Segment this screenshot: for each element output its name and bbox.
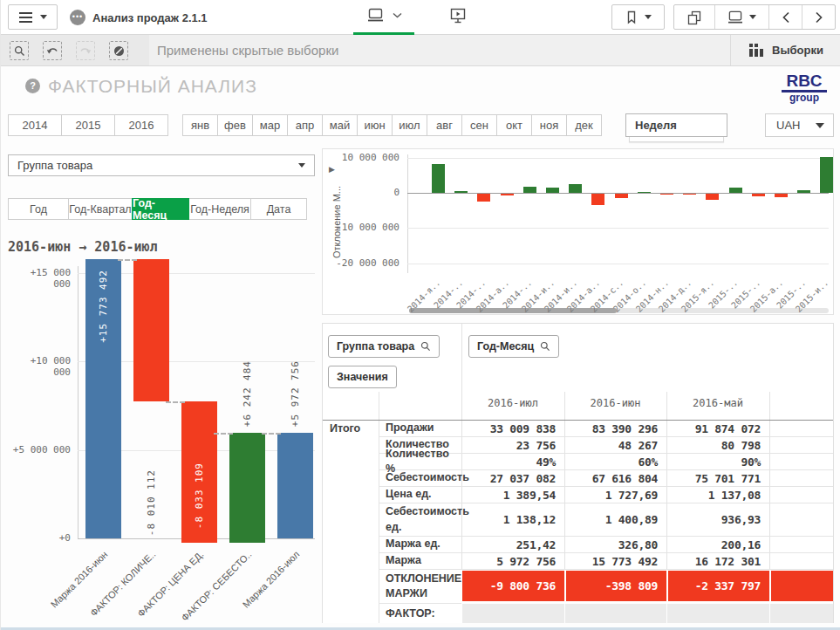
month-filter-button[interactable]: ноя	[531, 114, 567, 136]
table-total-cell[interactable]	[323, 437, 379, 454]
table-value-cell[interactable]	[769, 503, 833, 537]
month-filter-button[interactable]: июл	[392, 114, 427, 136]
table-total-cell[interactable]	[323, 487, 379, 503]
deviation-bar[interactable]	[729, 188, 742, 193]
table-value-cell[interactable]: 27 037 082	[461, 470, 564, 487]
month-filter-button[interactable]: авг	[427, 114, 462, 136]
table-value-cell[interactable]: 1 137,08	[666, 487, 769, 503]
table-value-cell[interactable]: 90%	[666, 454, 769, 470]
product-group-dropdown[interactable]: Группа товара	[8, 154, 315, 176]
table-value-cell[interactable]: 16 172 301	[666, 553, 769, 570]
table-total-cell[interactable]	[323, 553, 379, 570]
clear-selections-button[interactable]	[109, 41, 128, 60]
dimension-header-button[interactable]: Группа товара	[328, 335, 440, 358]
currency-select[interactable]: UAH	[765, 113, 834, 137]
month-filter-button[interactable]: май	[322, 114, 358, 136]
table-row-label[interactable]: ФАКТОР:	[379, 604, 461, 623]
deviation-bar[interactable]	[775, 194, 788, 197]
tab-год[interactable]: Год	[8, 198, 69, 220]
deviation-bar[interactable]	[752, 194, 765, 196]
waterfall-bar[interactable]	[229, 433, 265, 544]
waterfall-x-label[interactable]: ФАКТОР: КОЛИЧЕ..	[76, 549, 157, 630]
table-value-cell[interactable]: 67 616 804	[564, 470, 666, 487]
deviation-bar[interactable]	[683, 194, 696, 195]
bookmark-button[interactable]	[611, 4, 665, 30]
month-filter-button[interactable]: янв	[182, 114, 218, 136]
waterfall-x-label[interactable]: Маржа 2016-июн	[28, 549, 109, 630]
deviation-bar[interactable]	[454, 191, 468, 193]
story-mode-button[interactable]	[449, 8, 467, 28]
table-column-header[interactable]: 2016-июн	[564, 397, 666, 409]
table-value-cell[interactable]: 251,42	[461, 537, 564, 553]
deviation-bar[interactable]	[591, 194, 604, 205]
table-value-cell[interactable]: 48 267	[564, 437, 666, 454]
prev-sheet-button[interactable]	[768, 5, 802, 29]
month-filter-button[interactable]: сен	[461, 114, 497, 136]
table-total-cell[interactable]	[323, 570, 379, 604]
table-total-cell[interactable]	[323, 537, 379, 553]
sheet-list-button[interactable]	[714, 5, 768, 29]
table-value-cell[interactable]	[769, 421, 833, 437]
tab-год-неделя[interactable]: Год-Неделя	[188, 198, 251, 220]
year-filter-button[interactable]: 2014	[8, 114, 62, 136]
next-sheet-button[interactable]	[802, 5, 835, 29]
month-filter-button[interactable]: дек	[566, 114, 602, 136]
table-total-cell[interactable]	[323, 604, 379, 623]
table-row-label[interactable]: Маржа ед.	[379, 537, 461, 553]
table-total-cell[interactable]	[323, 454, 379, 470]
table-row-label[interactable]: Маржа	[379, 553, 461, 570]
table-value-cell[interactable]: -9 800 736	[461, 570, 564, 604]
duplicate-sheet-button[interactable]	[674, 5, 714, 29]
table-value-cell[interactable]: 23 756	[461, 437, 564, 454]
table-total-cell[interactable]	[323, 470, 379, 487]
table-value-cell[interactable]: 1 400,89	[564, 503, 666, 537]
search-selections-button[interactable]	[10, 41, 29, 60]
table-value-cell[interactable]: 326,80	[564, 537, 666, 553]
deviation-bar[interactable]	[820, 157, 833, 193]
table-row-label[interactable]: Продажи	[379, 421, 461, 437]
deviation-bar[interactable]	[569, 184, 582, 193]
values-header-button[interactable]: Значения	[328, 366, 397, 388]
global-menu-button[interactable]	[8, 4, 58, 30]
table-value-cell[interactable]	[769, 604, 833, 623]
tab-дата[interactable]: Дата	[250, 198, 307, 220]
tab-год-месяц[interactable]: Год-Месяц	[132, 198, 189, 220]
waterfall-x-label[interactable]: Маржа 2016-июл	[220, 549, 301, 630]
year-filter-button[interactable]: 2016	[114, 114, 168, 136]
deviation-bar[interactable]	[523, 187, 536, 193]
table-value-cell[interactable]	[769, 470, 833, 487]
table-value-cell[interactable]: 936,93	[666, 503, 769, 537]
week-search-input[interactable]: Неделя	[625, 113, 727, 137]
table-value-cell[interactable]: 91 874 072	[666, 421, 769, 437]
table-column-header[interactable]: 2016-май	[666, 397, 769, 409]
table-row-label[interactable]: Себестоимость	[379, 470, 461, 487]
tab-год-квартал[interactable]: Год-Квартал	[68, 198, 133, 220]
table-value-cell[interactable]: 80 798	[666, 437, 769, 454]
column-header-button[interactable]: Год-Месяц	[468, 335, 559, 358]
waterfall-bar[interactable]	[133, 259, 169, 401]
month-filter-button[interactable]: мар	[252, 114, 288, 136]
table-value-cell[interactable]	[769, 487, 833, 503]
month-filter-button[interactable]: апр	[287, 114, 323, 136]
table-value-cell[interactable]	[769, 454, 833, 470]
table-value-cell[interactable]: 83 390 296	[564, 421, 666, 437]
deviation-bar[interactable]	[638, 192, 651, 193]
table-value-cell[interactable]: -2 337 797	[666, 570, 769, 604]
month-filter-button[interactable]: фев	[217, 114, 253, 136]
table-row-label[interactable]: Цена ед.	[379, 487, 461, 503]
year-filter-button[interactable]: 2015	[61, 114, 115, 136]
table-value-cell[interactable]: 33 009 838	[461, 421, 564, 437]
table-value-cell[interactable]: 60%	[564, 454, 666, 470]
table-value-cell[interactable]: 200,16	[666, 537, 769, 553]
month-filter-button[interactable]: июн	[357, 114, 393, 136]
table-total-cell[interactable]: Итого	[323, 421, 379, 437]
deviation-bar[interactable]	[546, 188, 559, 193]
deviation-bar[interactable]	[501, 194, 514, 195]
table-value-cell[interactable]: 1 138,12	[461, 503, 564, 537]
table-value-cell[interactable]: 15 773 492	[564, 553, 666, 570]
sheet-selector-button[interactable]	[367, 8, 402, 23]
waterfall-x-label[interactable]: ФАКТОР: ЦЕНА ЕД.	[124, 549, 205, 630]
table-value-cell[interactable]	[666, 604, 769, 623]
table-row-label[interactable]: Себестоимость ед.	[379, 503, 461, 537]
redo-selection-button[interactable]	[76, 41, 95, 60]
